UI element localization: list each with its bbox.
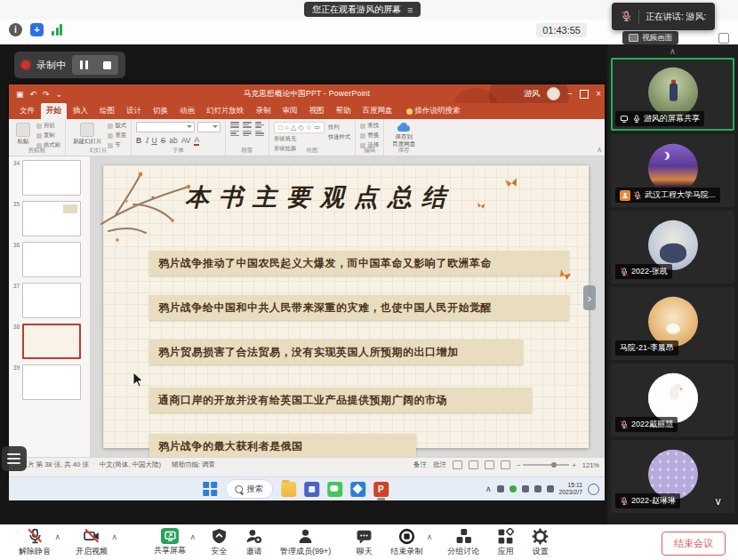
tab-home[interactable]: 开始 <box>41 103 67 119</box>
quick-access-more-icon[interactable]: ⌄ <box>56 90 63 99</box>
start-video-button[interactable]: 开启视频 ∧ <box>76 528 108 557</box>
text-shadow-button[interactable]: ab <box>169 136 177 145</box>
chat-button[interactable]: 聊天 <box>356 528 373 557</box>
reading-view-icon[interactable] <box>485 460 494 469</box>
zoom-level[interactable]: 121% <box>582 461 599 469</box>
shapes-gallery[interactable]: □ ○ △ ◇ ☆ ⇨ <box>274 122 325 133</box>
reset-button[interactable]: 重置 <box>108 132 126 140</box>
language-status[interactable]: 中文(简体, 中国大陆) <box>100 460 161 469</box>
undo-icon[interactable]: ↶ <box>30 90 37 99</box>
unmute-button[interactable]: 解除静音 ∧ <box>19 528 51 557</box>
security-button[interactable]: 安全 <box>211 528 228 557</box>
zoom-slider[interactable]: −+ <box>517 461 576 469</box>
file-explorer-icon[interactable] <box>281 482 296 497</box>
arrange-button[interactable]: 排列 <box>328 124 350 132</box>
teams-app-icon[interactable] <box>304 482 319 497</box>
apps-button[interactable]: 应用 <box>497 528 514 557</box>
menu-icon[interactable]: ≡ <box>407 4 413 15</box>
numbering-button[interactable] <box>243 122 252 128</box>
sidebar-collapse-chevron[interactable]: › <box>583 285 596 310</box>
normal-view-icon[interactable] <box>453 460 462 469</box>
bold-button[interactable]: B <box>136 136 141 145</box>
minimize-button[interactable]: − <box>567 89 573 99</box>
accessibility-status[interactable]: 辅助功能: 调查 <box>172 460 215 469</box>
mic-options-chevron[interactable]: ∧ <box>54 532 60 541</box>
thumbnail-35[interactable]: 35 <box>11 201 88 236</box>
participant-tile[interactable]: 2022-赵琳琳 ∨ <box>611 440 734 513</box>
wechat-app-icon[interactable] <box>327 482 342 497</box>
indent-button[interactable] <box>255 122 264 128</box>
notes-button[interactable]: 备注 <box>413 460 427 469</box>
cut-button[interactable]: 剪切 <box>36 122 60 130</box>
manage-members-button[interactable]: 管理成员(99+) <box>280 528 331 557</box>
pause-recording-button[interactable] <box>72 55 95 75</box>
record-options-chevron[interactable]: ∧ <box>427 532 433 541</box>
watching-banner[interactable]: 您正在观看游风的屏幕 ≡ <box>304 2 421 17</box>
shape-fill-button[interactable]: 形状填充 <box>274 135 325 143</box>
invite-button[interactable]: 邀请 <box>245 528 262 557</box>
taskbar-search[interactable]: 搜索 <box>225 479 273 499</box>
tray-app-icon[interactable] <box>497 485 504 492</box>
copy-button[interactable]: 复制 <box>36 132 60 140</box>
expand-panel-icon[interactable] <box>718 33 729 44</box>
comments-button[interactable]: 批注 <box>433 460 446 469</box>
close-button[interactable]: × <box>596 89 601 99</box>
italic-button[interactable]: I <box>145 136 148 145</box>
photos-app-icon[interactable] <box>350 482 365 497</box>
scroll-down-chevron[interactable]: ∨ <box>714 495 722 508</box>
thumbnail-38-current[interactable]: 38 <box>11 324 88 359</box>
tray-volume-icon[interactable] <box>547 485 554 492</box>
char-spacing-button[interactable]: AV <box>181 136 191 145</box>
meeting-info-icon[interactable]: i <box>9 23 22 36</box>
tab-help[interactable]: 帮助 <box>331 103 357 119</box>
tab-transitions[interactable]: 切换 <box>148 103 173 119</box>
collapse-ribbon-icon[interactable]: ∧ <box>597 146 602 154</box>
quick-styles-button[interactable]: 快速样式 <box>328 133 350 141</box>
tray-chevron-icon[interactable]: ∧ <box>485 484 492 493</box>
settings-button[interactable]: 设置 <box>532 528 549 557</box>
strikethrough-button[interactable]: S <box>161 136 166 145</box>
participant-tile[interactable]: 2022戴丽慧 <box>611 364 734 436</box>
thumbnail-37[interactable]: 37 <box>11 283 88 318</box>
security-shield-icon[interactable]: + <box>30 23 44 36</box>
save-to-netdisk-button[interactable]: 保存到 百度网盘 <box>389 122 419 148</box>
find-button[interactable]: 查找 <box>360 122 379 130</box>
redo-icon[interactable]: ↷ <box>43 90 50 99</box>
align-center-button[interactable] <box>243 131 252 137</box>
maximize-button[interactable] <box>580 90 589 99</box>
view-mode-button[interactable]: 视频画面 <box>622 31 678 44</box>
tell-me-search[interactable]: 操作说明搜索 <box>406 106 461 119</box>
start-button[interactable] <box>203 482 217 496</box>
participant-tile-sharer[interactable]: 游风的屏幕共享 <box>611 58 734 131</box>
font-size-select[interactable] <box>197 122 221 132</box>
font-color-button[interactable]: A <box>194 135 199 146</box>
replace-button[interactable]: 替换 <box>360 132 379 140</box>
tab-file[interactable]: 文件 <box>14 103 40 119</box>
slide-thumbnail-panel[interactable]: 34 35 36 37 <box>9 156 91 457</box>
taskbar-clock[interactable]: 15:112023/2/7 <box>559 482 582 497</box>
tab-animations[interactable]: 动画 <box>174 103 200 119</box>
thumbnail-39[interactable]: 39 <box>11 364 88 400</box>
powerpoint-app-icon[interactable]: P <box>373 482 389 497</box>
tab-slideshow[interactable]: 幻灯片放映 <box>201 103 250 119</box>
share-options-chevron[interactable]: ∧ <box>189 532 196 541</box>
tray-wechat-icon[interactable] <box>509 485 517 492</box>
scroll-up-chevron[interactable]: ∧ <box>607 44 738 58</box>
new-slide-button[interactable]: 新建幻灯片 <box>70 122 105 147</box>
video-options-chevron[interactable]: ∧ <box>111 532 117 541</box>
align-right-button[interactable] <box>255 131 264 137</box>
participant-tile[interactable]: 武汉工程大学马院... <box>611 134 734 207</box>
tab-baidu-netdisk[interactable]: 百度网盘 <box>357 103 398 119</box>
underline-button[interactable]: U <box>151 136 156 145</box>
participant-tile[interactable]: 马院-21-李晨昂 <box>611 287 734 360</box>
end-recording-button[interactable]: 结束录制 ∧ <box>390 528 422 557</box>
thumbnail-34[interactable]: 34 <box>11 160 88 196</box>
layout-button[interactable]: 版式 <box>108 122 126 130</box>
stop-recording-button[interactable] <box>95 55 118 75</box>
tab-draw[interactable]: 绘图 <box>94 103 120 119</box>
tray-network-icon[interactable] <box>534 485 541 492</box>
align-left-button[interactable] <box>230 131 239 137</box>
slide-sorter-icon[interactable] <box>469 460 478 469</box>
layout-list-button[interactable] <box>2 446 27 471</box>
end-meeting-button[interactable]: 结束会议 <box>662 532 726 556</box>
